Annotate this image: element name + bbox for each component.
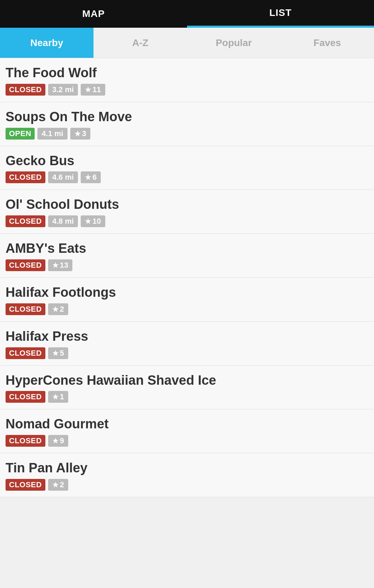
list-item[interactable]: AMBY's EatsCLOSED★ 13	[0, 234, 374, 278]
tab-popular[interactable]: Popular	[187, 28, 280, 58]
restaurant-name: Halifax Footlongs	[6, 285, 368, 300]
rating-badge: ★ 13	[48, 259, 72, 271]
star-icon: ★	[52, 261, 59, 269]
list-item[interactable]: Halifax PressCLOSED★ 5	[0, 322, 374, 366]
star-icon: ★	[52, 305, 59, 313]
star-icon: ★	[85, 86, 91, 94]
list-item[interactable]: The Food WolfCLOSED3.2 mi★ 11	[0, 58, 374, 102]
top-navigation: MAP LIST	[0, 0, 374, 28]
status-badge: OPEN	[6, 128, 35, 140]
restaurant-meta: OPEN4.1 mi★ 3	[6, 128, 368, 140]
star-icon: ★	[85, 173, 91, 181]
restaurant-meta: CLOSED★ 1	[6, 391, 368, 403]
rating-badge: ★ 10	[81, 215, 105, 227]
status-badge: CLOSED	[6, 259, 45, 271]
status-badge: CLOSED	[6, 303, 45, 315]
restaurant-name: Gecko Bus	[6, 154, 368, 168]
list-item[interactable]: Tin Pan AlleyCLOSED★ 2	[0, 453, 374, 497]
restaurant-name: Soups On The Move	[6, 110, 368, 124]
map-tab[interactable]: MAP	[0, 0, 187, 28]
rating-badge: ★ 2	[48, 303, 68, 315]
status-badge: CLOSED	[6, 435, 45, 447]
restaurant-name: AMBY's Eats	[6, 241, 368, 256]
restaurant-meta: CLOSED3.2 mi★ 11	[6, 84, 368, 96]
rating-badge: ★ 11	[81, 84, 105, 96]
restaurant-meta: CLOSED★ 9	[6, 435, 368, 447]
restaurant-meta: CLOSED★ 13	[6, 259, 368, 271]
filter-tabs: Nearby A-Z Popular Faves	[0, 28, 374, 58]
rating-badge: ★ 6	[81, 171, 101, 183]
restaurant-meta: CLOSED★ 2	[6, 303, 368, 315]
status-badge: CLOSED	[6, 215, 45, 227]
restaurant-name: Ol' School Donuts	[6, 197, 368, 212]
tab-az[interactable]: A-Z	[93, 28, 187, 58]
list-item[interactable]: Gecko BusCLOSED4.6 mi★ 6	[0, 146, 374, 190]
rating-badge: ★ 3	[70, 128, 90, 140]
distance-badge: 4.1 mi	[37, 128, 67, 140]
rating-badge: ★ 2	[48, 479, 68, 491]
restaurant-list: The Food WolfCLOSED3.2 mi★ 11Soups On Th…	[0, 58, 374, 497]
star-icon: ★	[52, 481, 59, 489]
status-badge: CLOSED	[6, 391, 45, 403]
restaurant-name: Tin Pan Alley	[6, 461, 368, 475]
restaurant-meta: CLOSED★ 5	[6, 347, 368, 359]
distance-badge: 4.8 mi	[48, 215, 78, 227]
distance-badge: 4.6 mi	[48, 171, 78, 183]
list-item[interactable]: Soups On The MoveOPEN4.1 mi★ 3	[0, 102, 374, 146]
restaurant-meta: CLOSED★ 2	[6, 479, 368, 491]
restaurant-name: Halifax Press	[6, 329, 368, 344]
rating-badge: ★ 1	[48, 391, 68, 403]
star-icon: ★	[74, 130, 81, 138]
status-badge: CLOSED	[6, 347, 45, 359]
list-tab[interactable]: LIST	[187, 0, 374, 28]
restaurant-name: HyperCones Hawaiian Shaved Ice	[6, 373, 368, 388]
list-item[interactable]: Nomad GourmetCLOSED★ 9	[0, 409, 374, 453]
status-badge: CLOSED	[6, 84, 45, 96]
rating-badge: ★ 5	[48, 347, 68, 359]
list-item[interactable]: Halifax FootlongsCLOSED★ 2	[0, 278, 374, 322]
tab-faves[interactable]: Faves	[280, 28, 374, 58]
star-icon: ★	[52, 349, 59, 357]
restaurant-meta: CLOSED4.6 mi★ 6	[6, 171, 368, 183]
distance-badge: 3.2 mi	[48, 84, 78, 96]
list-item[interactable]: HyperCones Hawaiian Shaved IceCLOSED★ 1	[0, 366, 374, 410]
rating-badge: ★ 9	[48, 435, 68, 447]
restaurant-meta: CLOSED4.8 mi★ 10	[6, 215, 368, 227]
restaurant-name: Nomad Gourmet	[6, 417, 368, 431]
star-icon: ★	[52, 437, 59, 445]
tab-nearby[interactable]: Nearby	[0, 28, 93, 58]
list-item[interactable]: Ol' School DonutsCLOSED4.8 mi★ 10	[0, 190, 374, 234]
status-badge: CLOSED	[6, 171, 45, 183]
status-badge: CLOSED	[6, 479, 45, 491]
star-icon: ★	[85, 217, 91, 225]
restaurant-name: The Food Wolf	[6, 66, 368, 80]
star-icon: ★	[52, 393, 59, 401]
